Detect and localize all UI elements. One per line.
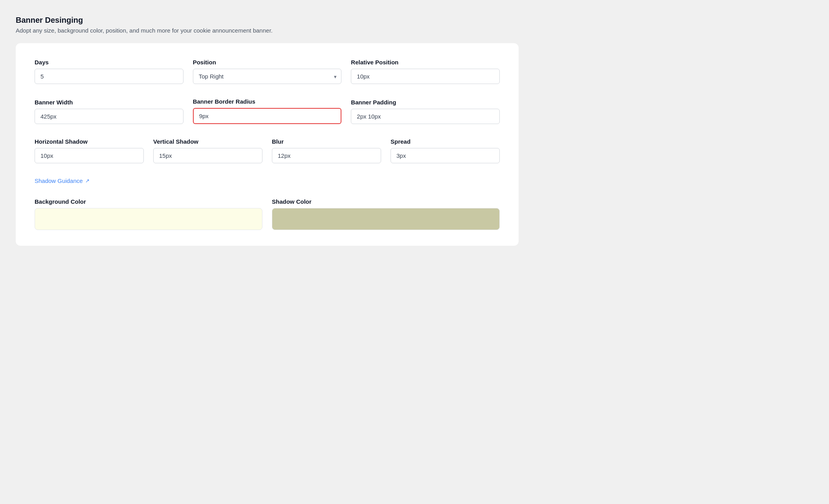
main-card: Days Position Top Right Top Left Bottom … [16, 43, 519, 246]
banner-padding-input[interactable] [351, 109, 500, 124]
vertical-shadow-label: Vertical Shadow [153, 138, 262, 145]
form-row-3: Horizontal Shadow Vertical Shadow Blur S… [35, 138, 500, 163]
blur-group: Blur [272, 138, 381, 163]
position-select-wrapper: Top Right Top Left Bottom Right Bottom L… [193, 69, 342, 84]
days-input[interactable] [35, 69, 183, 84]
shadow-guidance-label: Shadow Guidance [35, 177, 83, 184]
background-color-group: Background Color [35, 198, 262, 230]
shadow-color-label: Shadow Color [272, 198, 500, 205]
vertical-shadow-input[interactable] [153, 148, 262, 163]
days-group: Days [35, 59, 183, 84]
relative-position-group: Relative Position [351, 59, 500, 84]
banner-width-input[interactable] [35, 109, 183, 124]
page-header: Banner Desinging Adopt any size, backgro… [16, 16, 813, 34]
banner-padding-label: Banner Padding [351, 99, 500, 106]
shadow-color-group: Shadow Color [272, 198, 500, 230]
form-row-1: Days Position Top Right Top Left Bottom … [35, 59, 500, 84]
position-group: Position Top Right Top Left Bottom Right… [193, 59, 342, 84]
page-title: Banner Desinging [16, 16, 813, 25]
shadow-guidance-link[interactable]: Shadow Guidance ↗ [35, 177, 90, 184]
form-row-2: Banner Width Banner Border Radius Banner… [35, 98, 500, 124]
banner-width-label: Banner Width [35, 99, 183, 106]
color-section: Background Color Shadow Color [35, 198, 500, 230]
spread-group: Spread [391, 138, 500, 163]
external-link-icon: ↗ [85, 178, 90, 184]
page-description: Adopt any size, background color, positi… [16, 27, 813, 34]
background-color-swatch[interactable] [35, 208, 262, 230]
shadow-color-swatch[interactable] [272, 208, 500, 230]
banner-border-radius-label: Banner Border Radius [193, 98, 342, 105]
horizontal-shadow-input[interactable] [35, 148, 144, 163]
banner-border-radius-input[interactable] [193, 108, 342, 124]
banner-width-group: Banner Width [35, 99, 183, 124]
blur-input[interactable] [272, 148, 381, 163]
position-label: Position [193, 59, 342, 66]
position-select[interactable]: Top Right Top Left Bottom Right Bottom L… [193, 69, 342, 84]
background-color-label: Background Color [35, 198, 262, 205]
spread-input[interactable] [391, 148, 500, 163]
horizontal-shadow-group: Horizontal Shadow [35, 138, 144, 163]
days-label: Days [35, 59, 183, 66]
spread-label: Spread [391, 138, 500, 145]
blur-label: Blur [272, 138, 381, 145]
banner-border-radius-group: Banner Border Radius [193, 98, 342, 124]
relative-position-input[interactable] [351, 69, 500, 84]
horizontal-shadow-label: Horizontal Shadow [35, 138, 144, 145]
banner-padding-group: Banner Padding [351, 99, 500, 124]
vertical-shadow-group: Vertical Shadow [153, 138, 262, 163]
relative-position-label: Relative Position [351, 59, 500, 66]
